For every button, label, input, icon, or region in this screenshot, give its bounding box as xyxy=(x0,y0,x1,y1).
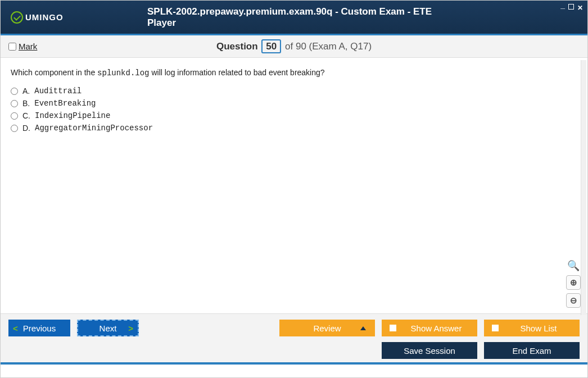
app-logo: UMINGO xyxy=(11,11,64,24)
titlebar: UMINGO SPLK-2002.prepaway.premium.exam.9… xyxy=(1,1,587,35)
answer-options: A. Audittrail B. EventBreaking C. Indexi… xyxy=(11,86,577,133)
question-post: will log information related to bad even… xyxy=(150,68,325,77)
zoom-in-button[interactable]: ⊕ xyxy=(566,275,581,290)
next-label: Next xyxy=(99,324,117,333)
option-a-radio[interactable] xyxy=(11,88,18,95)
mark-checkbox[interactable] xyxy=(8,43,16,51)
search-icon[interactable]: 🔍 xyxy=(567,259,580,272)
window-title: SPLK-2002.prepaway.premium.exam.90q - Cu… xyxy=(147,6,441,29)
option-d-text: AggregatorMiningProcessor xyxy=(35,124,153,133)
save-session-button[interactable]: Save Session xyxy=(382,342,477,359)
previous-button[interactable]: < Previous xyxy=(8,320,70,336)
zoom-out-button[interactable]: ⊖ xyxy=(566,293,581,308)
show-list-label: Show List xyxy=(505,324,572,333)
checkbox-square-icon xyxy=(390,325,396,331)
option-b-letter: B. xyxy=(22,99,30,108)
mark-label: Mark xyxy=(19,42,37,51)
chevron-left-icon: < xyxy=(13,324,18,333)
window-controls xyxy=(560,3,583,12)
footer-row-2: Save Session End Exam xyxy=(8,342,580,359)
bottom-accent-bar xyxy=(1,362,587,365)
option-c-radio[interactable] xyxy=(11,112,18,120)
review-label: Review xyxy=(313,324,341,333)
logo-check-icon xyxy=(11,11,23,24)
save-session-label: Save Session xyxy=(404,346,455,356)
question-word: Question xyxy=(216,41,258,52)
end-exam-label: End Exam xyxy=(512,346,551,356)
footer: < Previous Next > Review Show Answer Sho… xyxy=(1,313,587,362)
footer-row-1: < Previous Next > Review Show Answer Sho… xyxy=(8,320,580,336)
close-button[interactable] xyxy=(577,3,583,12)
checkbox-square-icon xyxy=(492,325,499,331)
previous-label: Previous xyxy=(23,324,56,333)
question-of-text: of 90 (Exam A, Q17) xyxy=(285,41,372,52)
mark-checkbox-wrap[interactable]: Mark xyxy=(8,42,37,51)
chevron-right-icon: > xyxy=(128,324,133,333)
option-c[interactable]: C. IndexingPipeline xyxy=(11,111,577,120)
triangle-up-icon xyxy=(360,326,366,330)
question-header-bar: Mark Question 50 of 90 (Exam A, Q17) xyxy=(1,35,587,58)
option-d-radio[interactable] xyxy=(11,125,18,132)
option-d[interactable]: D. AggregatorMiningProcessor xyxy=(11,124,577,133)
question-number: 50 xyxy=(261,39,281,53)
option-b-text: EventBreaking xyxy=(34,99,96,108)
question-pre: Which component in the xyxy=(11,68,97,77)
question-content: Which component in the splunkd.log will … xyxy=(1,58,587,313)
question-indicator: Question 50 of 90 (Exam A, Q17) xyxy=(216,41,372,52)
option-c-text: IndexingPipeline xyxy=(35,111,110,120)
option-d-letter: D. xyxy=(22,124,30,133)
option-a[interactable]: A. Audittrail xyxy=(11,86,577,95)
option-b[interactable]: B. EventBreaking xyxy=(11,99,577,108)
option-a-text: Audittrail xyxy=(34,86,82,95)
show-answer-button[interactable]: Show Answer xyxy=(382,320,477,336)
logo-text: UMINGO xyxy=(25,12,64,22)
option-a-letter: A. xyxy=(22,86,30,95)
maximize-button[interactable] xyxy=(568,4,574,10)
show-answer-label: Show Answer xyxy=(403,324,469,333)
zoom-controls: 🔍 ⊕ ⊖ xyxy=(566,259,581,308)
end-exam-button[interactable]: End Exam xyxy=(484,342,580,359)
question-text: Which component in the splunkd.log will … xyxy=(11,68,577,78)
review-button[interactable]: Review xyxy=(279,320,375,336)
show-list-button[interactable]: Show List xyxy=(484,320,580,336)
minimize-button[interactable] xyxy=(560,3,565,12)
option-c-letter: C. xyxy=(22,111,30,120)
option-b-radio[interactable] xyxy=(11,100,18,107)
question-code: splunkd.log xyxy=(97,69,149,78)
next-button[interactable]: Next > xyxy=(77,320,139,336)
